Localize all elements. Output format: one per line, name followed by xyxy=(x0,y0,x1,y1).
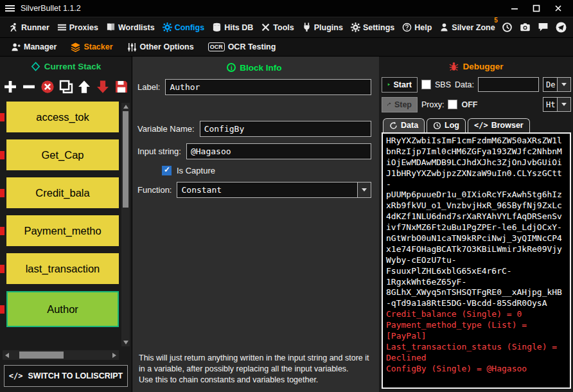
stack-block-last-transaction[interactable]: last_transaction xyxy=(6,253,119,284)
label-field-label: Label: xyxy=(137,82,160,92)
input-string-label: Input string: xyxy=(137,147,181,156)
tab-data[interactable]: Data xyxy=(383,118,425,132)
proxy-checkbox[interactable] xyxy=(448,100,457,109)
chevron-down-icon[interactable] xyxy=(357,183,371,197)
close-button[interactable] xyxy=(549,1,568,15)
input-string-input[interactable] xyxy=(186,143,371,159)
app-menu-icon[interactable] xyxy=(5,5,15,12)
database-icon xyxy=(212,22,222,32)
menu-runner[interactable]: Runner xyxy=(5,17,53,37)
stack-row: access_tok xyxy=(0,102,119,132)
scroll-left-icon[interactable] xyxy=(5,353,9,358)
log-history-icon xyxy=(433,121,441,130)
start-button[interactable]: Start xyxy=(382,77,418,93)
history-button[interactable] xyxy=(500,21,514,34)
minus-icon xyxy=(22,80,36,94)
menu-hits-db[interactable]: Hits DB xyxy=(208,17,257,37)
stack-block-credit-balance[interactable]: Credit_bala xyxy=(6,177,119,208)
submenu-manager[interactable]: Manager xyxy=(6,42,61,52)
save-stack-button[interactable] xyxy=(112,78,130,96)
stack-block-author-selected[interactable]: Author xyxy=(6,291,119,327)
stacker-layers-icon xyxy=(71,42,80,52)
sbs-label: SBS xyxy=(435,80,451,89)
data-type-select[interactable]: De xyxy=(543,77,571,92)
chevron-down-icon[interactable] xyxy=(557,98,570,111)
menu-tools[interactable]: Tools xyxy=(257,17,297,37)
menu-settings[interactable]: Settings xyxy=(347,17,398,37)
person-pin-icon xyxy=(439,22,449,32)
is-capture-checkbox[interactable] xyxy=(162,166,172,175)
tools-icon xyxy=(261,22,270,32)
move-up-button[interactable] xyxy=(75,78,93,96)
scroll-right-icon[interactable] xyxy=(112,353,116,358)
scroll-up-icon[interactable] xyxy=(123,105,128,109)
menu-help[interactable]: Help xyxy=(398,17,436,37)
variable-name-input[interactable] xyxy=(200,121,371,137)
help-icon xyxy=(402,22,412,32)
menu-wordlists[interactable]: Wordlists xyxy=(102,17,159,37)
step-button[interactable]: Step xyxy=(382,97,418,112)
debugger-controls-row-1: Start SBS Data: De xyxy=(382,76,571,93)
stack-block-list: access_tok Get_Cap Credit_bala Payment_m… xyxy=(0,98,132,349)
switch-to-loliscript-button[interactable]: </> SWITCH TO LOLISCRIPT xyxy=(4,365,128,387)
maximize-icon xyxy=(533,4,540,12)
move-down-button[interactable] xyxy=(94,78,112,96)
current-stack-panel: Current Stack access_tok Get_Cap xyxy=(0,57,132,392)
stack-toolbar xyxy=(0,76,132,98)
stack-block-access-token[interactable]: access_tok xyxy=(6,102,119,132)
submenu-ocr-testing[interactable]: OCR OCR Testing xyxy=(204,42,281,51)
refresh-icon xyxy=(389,121,398,130)
chat-button[interactable] xyxy=(536,21,550,34)
function-select[interactable]: Constant xyxy=(177,182,371,198)
clear-stack-button[interactable] xyxy=(39,78,57,96)
remove-block-button[interactable] xyxy=(20,78,38,96)
submenu-other-options[interactable]: Other Options xyxy=(123,42,198,52)
submenu-stacker[interactable]: Stacker xyxy=(66,42,117,52)
screenshot-button[interactable] xyxy=(518,21,532,34)
menu-proxies[interactable]: Proxies xyxy=(53,17,102,37)
telegram-button[interactable] xyxy=(554,21,568,34)
clone-block-button[interactable] xyxy=(57,78,75,96)
block-color-marker xyxy=(0,305,4,314)
silver-zone-badge: 5 xyxy=(494,17,498,24)
label-input[interactable] xyxy=(165,79,371,95)
chevron-down-icon[interactable] xyxy=(557,78,570,91)
proxy-type-select[interactable]: Ht xyxy=(543,97,571,112)
function-description: This will just return anything written i… xyxy=(137,350,371,389)
vertical-scroll-thumb[interactable] xyxy=(123,111,128,208)
info-icon: i xyxy=(227,63,236,72)
sbs-checkbox[interactable] xyxy=(421,80,431,89)
menu-silver-zone[interactable]: Silver Zone 5 xyxy=(436,17,498,37)
runner-icon xyxy=(9,22,19,32)
debugger-panel: Debugger Start SBS Data: De xyxy=(379,57,573,392)
arrow-down-icon xyxy=(96,80,110,94)
menu-plugins[interactable]: Plugins xyxy=(298,17,347,37)
capture-line: ConfigBy (Single) = @Hagasoo xyxy=(386,364,567,375)
ocr-icon: OCR xyxy=(208,42,225,51)
tab-browser[interactable]: </> Browser xyxy=(468,118,530,132)
main-area: Current Stack access_tok Get_Cap xyxy=(0,57,573,392)
stack-block-get-cap[interactable]: Get_Cap xyxy=(6,139,119,170)
proxy-type-selected-value: Ht xyxy=(543,100,557,109)
proxy-state: OFF xyxy=(461,100,477,109)
debugger-output[interactable]: HRyYXZwbiIsImF1cmFzdmM6ZW50aXRsZW1lbnRzI… xyxy=(382,132,571,389)
minimize-icon xyxy=(511,4,518,12)
function-selected-value: Constant xyxy=(177,185,357,195)
tab-log[interactable]: Log xyxy=(427,118,466,132)
minimize-button[interactable] xyxy=(505,1,524,15)
debugger-header: Debugger xyxy=(382,58,571,75)
settings-gear-icon xyxy=(351,22,360,32)
main-menubar: Runner Proxies Wordlists Configs Hits DB… xyxy=(0,17,573,37)
stack-horizontal-scrollbar[interactable] xyxy=(3,350,119,360)
add-block-button[interactable] xyxy=(1,78,19,96)
variable-name-label: Variable Name: xyxy=(137,124,195,134)
scroll-down-icon[interactable] xyxy=(123,341,128,344)
stack-vertical-scrollbar[interactable] xyxy=(121,103,130,346)
stack-block-payment-method[interactable]: Payment_metho xyxy=(6,215,119,246)
menu-configs[interactable]: Configs xyxy=(159,17,209,37)
maximize-button[interactable] xyxy=(527,1,546,15)
data-input[interactable] xyxy=(478,77,539,92)
copy-icon xyxy=(59,80,73,94)
horizontal-scroll-thumb[interactable] xyxy=(19,352,64,359)
window-controls xyxy=(505,1,568,15)
